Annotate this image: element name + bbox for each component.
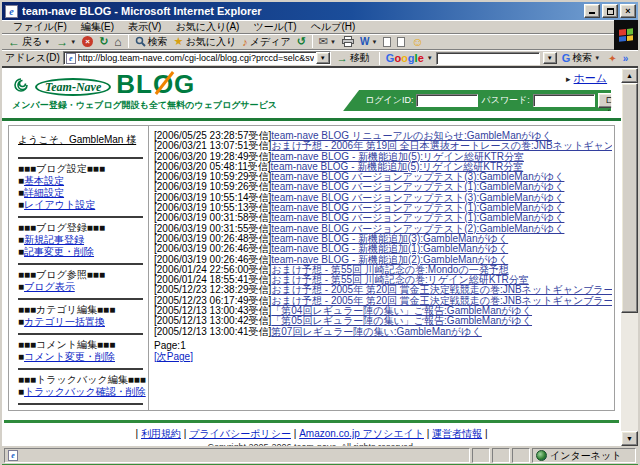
entry-link[interactable]: team-nave BLOG - 新機能追加(1):GambleManがゆく: [271, 244, 508, 254]
sidebar-link[interactable]: コメント変更・削除: [24, 351, 115, 362]
footer-link[interactable]: 利用規約: [141, 428, 181, 439]
home-button[interactable]: ⌂: [111, 35, 124, 49]
entry-link[interactable]: team-nave BLOG バージョンアップテスト(3):GambleManが…: [271, 172, 564, 182]
entry-row: [2006/03/20 05:48:11受信]team-nave BLOG - …: [154, 162, 612, 172]
team-nave-link[interactable]: team-nave.: [294, 442, 339, 446]
sidebar-section: ■■■ブログ参照■■■■ブログ表示: [18, 263, 143, 293]
sidebar-link[interactable]: ブログ表示: [24, 281, 75, 292]
password-input[interactable]: [533, 94, 595, 107]
footer-link[interactable]: 運営者情報: [432, 428, 482, 439]
entry-link[interactable]: team-nave BLOG リニューアルのお知らせ:GambleManがゆく: [271, 131, 552, 141]
menu-item[interactable]: 編集(E): [74, 20, 121, 34]
scroll-track[interactable]: [621, 83, 638, 431]
entry-link[interactable]: team-nave BLOG - 新機能追加(5):リゲイン総研KTR分室: [271, 152, 524, 162]
search-icon: [135, 36, 146, 47]
mail-button[interactable]: ✉▼: [316, 35, 339, 49]
entry-link[interactable]: おまけ予想 - 第55回 川崎記念の巻:リゲイン総研KTR分室: [271, 275, 528, 285]
edit-button[interactable]: [380, 35, 394, 49]
entry-link[interactable]: 「第04回レギュラー陣の集い」ご報告:GambleManがゆく: [271, 306, 532, 316]
sidebar-sections: ■■■ブログ設定■■■■基本設定■詳細設定■レイアウト設定■■■ブログ登録■■■…: [18, 157, 143, 410]
sidebar-section-header: ■■■ブログ参照■■■: [18, 269, 143, 281]
scroll-up-button[interactable]: ▲: [621, 68, 638, 83]
entry-link[interactable]: 「第05回レギュラー陣の集い」ご報告:GambleManがゆく: [271, 316, 532, 326]
menu-item[interactable]: ツール(T): [246, 20, 303, 34]
edit-word-button[interactable]: W▼: [357, 35, 380, 49]
back-dropdown-icon[interactable]: ▼: [44, 39, 50, 45]
stop-button[interactable]: ×: [79, 35, 96, 49]
entry-link[interactable]: team-nave BLOG - 新機能追加(3):GambleManがゆく: [271, 234, 508, 244]
entry-link[interactable]: team-nave BLOG バージョンアップテスト(1):GambleManが…: [271, 213, 564, 223]
menu-item[interactable]: ファイル(F): [6, 20, 74, 34]
browser-window: e team-nave BLOG - Microsoft Internet Ex…: [0, 0, 640, 465]
menu-item[interactable]: ヘルプ(H): [304, 20, 363, 34]
sidebar-item: ■基本設定: [18, 175, 143, 187]
go-button[interactable]: →移動: [334, 51, 373, 65]
sidebar-link[interactable]: 詳細設定: [24, 187, 64, 198]
menu-item[interactable]: お気に入り(A): [168, 20, 246, 34]
site-footer: | 利用規約 | プライバシーポリシー | Amazon.co.jp アソシエイ…: [2, 427, 621, 446]
sidebar-section: ■■■トラックバック編集■■■■トラックバック確認・削除: [18, 368, 143, 398]
print-button[interactable]: [339, 35, 357, 49]
scroll-down-button[interactable]: ▼: [621, 431, 638, 446]
entry-link[interactable]: team-nave BLOG バージョンアップテスト(1):GambleManが…: [271, 182, 564, 192]
sidebar-section-header: ■■■コメント編集■■■: [18, 339, 143, 351]
entry-link[interactable]: おまけ予想 - 第55回 川崎記念の巻:Mondoの一発予想: [271, 265, 508, 275]
messenger-button[interactable]: ☺: [408, 35, 426, 49]
media-button[interactable]: ♪メディア: [239, 35, 293, 49]
refresh-button[interactable]: ↻: [96, 35, 111, 49]
mail-dropdown-icon[interactable]: ▼: [330, 39, 336, 45]
sidebar-link[interactable]: トラックバック確認・削除: [24, 386, 146, 397]
entry-row: [2005/12/23 06:17:49受信]おまけ予想 - 2005年 第20…: [154, 296, 612, 306]
favorites-button[interactable]: ★お気に入り: [171, 35, 240, 49]
address-url[interactable]: http://blog.team-nave.com/cgi-local/blog…: [78, 53, 314, 63]
sidebar-link[interactable]: 記事変更・削除: [24, 246, 94, 257]
entry-timestamp: [2006/03/19 10:59:29受信]: [154, 172, 271, 182]
google-search-button[interactable]: G検索▼: [560, 51, 603, 65]
address-dropdown-button[interactable]: ▼: [316, 52, 330, 64]
forward-button[interactable]: →▼: [53, 35, 79, 49]
entry-link[interactable]: team-nave BLOG バージョンアップテスト(3):GambleManが…: [271, 193, 564, 203]
sidebar-link[interactable]: 基本設定: [24, 175, 64, 186]
entry-link[interactable]: team-nave BLOG バージョンアップテスト(1):GambleManが…: [271, 203, 564, 213]
vertical-scrollbar[interactable]: ▲ ▼: [621, 67, 638, 446]
entry-timestamp: [2006/01/24 22:56:00受信]: [154, 265, 271, 275]
home-arrow-icon: ▸: [566, 74, 571, 84]
login-id-input[interactable]: [416, 94, 478, 107]
google-g-icon: G: [562, 52, 571, 64]
menu-item[interactable]: 表示(V): [121, 20, 168, 34]
entry-link[interactable]: おまけ予想 - 2005年 第20回 賞金王決定戦競走の巻:JNBネットギャンブ…: [271, 296, 612, 306]
footer-links: | 利用規約 | プライバシーポリシー | Amazon.co.jp アソシエイ…: [136, 428, 488, 439]
entry-link[interactable]: team-nave BLOG バージョンアップテスト(2):GambleManが…: [271, 224, 564, 234]
google-search-options-icon[interactable]: ▼: [594, 55, 600, 61]
footer-link[interactable]: Amazon.co.jp アソシエイト: [299, 428, 424, 439]
history-button[interactable]: ↺: [294, 35, 309, 49]
toolbar-overflow-chevron[interactable]: »: [623, 53, 629, 64]
entry-link[interactable]: team-nave BLOG - 新機能追加(5):リゲイン総研KTR分室: [271, 162, 524, 172]
discuss-button[interactable]: [394, 35, 408, 49]
toolbar-separator: [128, 35, 129, 48]
forward-dropdown-icon[interactable]: ▼: [70, 39, 76, 45]
sidebar-link[interactable]: レイアウト設定: [24, 199, 95, 210]
sidebar-link[interactable]: カテゴリ一括置換: [24, 316, 105, 327]
edit-dropdown-icon[interactable]: ▼: [371, 39, 377, 45]
minimize-button[interactable]: [584, 4, 600, 18]
google-extra-button[interactable]: ✦: [605, 51, 619, 65]
entry-link[interactable]: team-nave BLOG - 新機能追加(2):GambleManがゆく: [271, 255, 508, 265]
footer-link[interactable]: プライバシーポリシー: [189, 428, 291, 439]
next-page-link[interactable]: [次Page]: [154, 351, 193, 362]
internet-globe-icon: [536, 450, 547, 461]
google-search-dropdown[interactable]: ▼: [543, 52, 557, 64]
entry-link[interactable]: 第07回レギュラー陣の集い:GambleManがゆく: [271, 327, 481, 337]
entry-link[interactable]: おまけ予想 - 2005年 第20回 賞金王決定戦競走の巻:JNBネットギャンブ…: [271, 285, 612, 295]
scroll-thumb[interactable]: [621, 83, 638, 313]
back-button[interactable]: ←戻る▼: [5, 35, 53, 49]
restore-button[interactable]: [602, 4, 618, 18]
home-link[interactable]: ホーム: [574, 72, 608, 84]
google-search-input[interactable]: [436, 52, 540, 65]
close-button[interactable]: ×: [620, 4, 636, 18]
entry-link[interactable]: おまけ予想 - 2006年 第19回 全日本選抜オートレースの巻:JNBネットギ…: [271, 141, 612, 151]
sidebar-link[interactable]: 新規記事登録: [24, 234, 84, 245]
google-dropdown-icon[interactable]: ▼: [427, 55, 433, 61]
address-input[interactable]: e http://blog.team-nave.com/cgi-local/bl…: [63, 51, 331, 65]
search-button[interactable]: 検索: [132, 35, 171, 49]
